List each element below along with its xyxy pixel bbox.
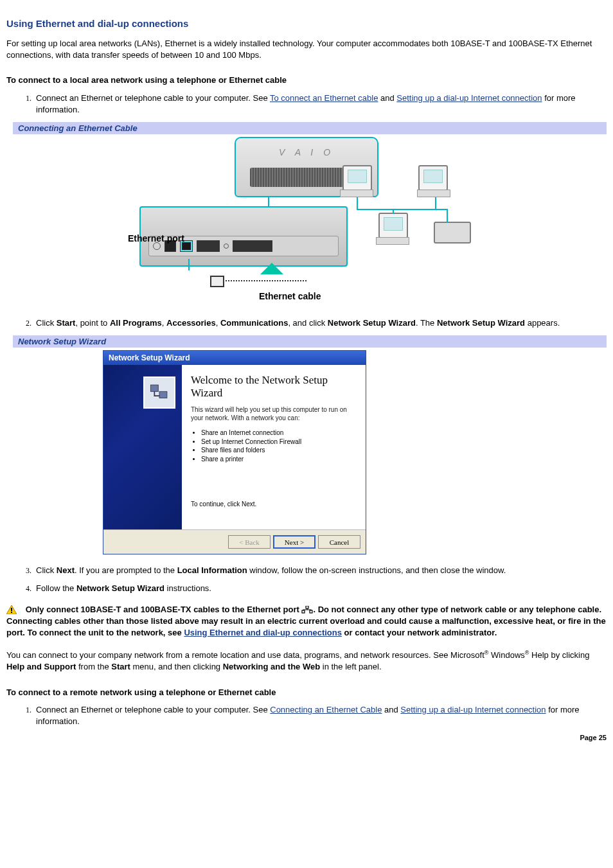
step-2: Click Start, point to All Programs, Acce… bbox=[33, 317, 607, 329]
network-setup-wizard-window: Network Setup Wizard Welcome to the Netw… bbox=[103, 350, 366, 554]
svg-rect-4 bbox=[11, 612, 12, 613]
network-diagram bbox=[339, 163, 474, 272]
step-1: Connect an Ethernet or telephone cable t… bbox=[33, 93, 607, 116]
wizard-titlebar: Network Setup Wizard bbox=[103, 351, 366, 365]
step-1-text-pre: Connect an Ethernet or telephone cable t… bbox=[36, 93, 270, 103]
wizard-continue-text: To continue, click Next. bbox=[191, 500, 357, 508]
warning-block: Only connect 10BASE-T and 100BASE-TX cab… bbox=[6, 604, 607, 639]
link-connect-ethernet-cable[interactable]: To connect an Ethernet cable bbox=[270, 93, 378, 103]
wizard-back-button: < Back bbox=[228, 535, 271, 549]
remote-step1-mid: and bbox=[382, 705, 400, 714]
svg-rect-7 bbox=[310, 610, 312, 613]
cable-plug-icon bbox=[210, 276, 224, 287]
svg-rect-3 bbox=[11, 608, 12, 611]
wizard-bullet-list: Share an Internet connection Set up Inte… bbox=[193, 429, 357, 463]
page-title: Using Ethernet and dial-up connections bbox=[6, 18, 607, 29]
wizard-heading: Welcome to the Network Setup Wizard bbox=[191, 374, 357, 400]
warning-text-post2: or contact your network administrator. bbox=[342, 628, 497, 637]
svg-rect-1 bbox=[159, 392, 167, 398]
link-setup-dialup-2[interactable]: Setting up a dial-up Internet connection bbox=[400, 705, 546, 714]
port-vga bbox=[197, 240, 220, 252]
section-remote-heading: To connect to a remote network using a t… bbox=[6, 687, 607, 698]
link-connecting-ethernet-cable[interactable]: Connecting an Ethernet Cable bbox=[270, 705, 382, 714]
svg-rect-0 bbox=[150, 385, 158, 391]
svg-rect-5 bbox=[306, 606, 308, 608]
remote-step1-pre: Connect an Ethernet or telephone cable t… bbox=[36, 705, 270, 714]
warning-icon bbox=[6, 605, 17, 614]
wizard-description: This wizard will help you set up this co… bbox=[191, 406, 357, 422]
svg-rect-6 bbox=[302, 610, 305, 613]
label-ethernet-cable: Ethernet cable bbox=[259, 291, 321, 301]
wizard-bullet: Share files and folders bbox=[201, 446, 357, 455]
laptop-logo: V A I O bbox=[236, 147, 377, 157]
step-4: Follow the Network Setup Wizard instruct… bbox=[33, 583, 607, 594]
figure-ethernet-cable: V A I O Ethernet port Ethernet cable bbox=[139, 137, 474, 307]
page-number: Page 25 bbox=[6, 734, 607, 741]
remote-paragraph: You can connect to your company network … bbox=[6, 649, 607, 672]
step-1-text-mid: and bbox=[378, 93, 396, 103]
ethernet-port-glyph-icon bbox=[301, 605, 313, 613]
wizard-network-icon bbox=[143, 376, 175, 409]
wizard-bullet: Set up Internet Connection Firewall bbox=[201, 438, 357, 447]
intro-paragraph: For setting up local area networks (LANs… bbox=[6, 38, 607, 60]
wizard-bullet: Share a printer bbox=[201, 455, 357, 464]
port-parallel bbox=[233, 240, 272, 252]
warning-text-pre: Only connect 10BASE-T and 100BASE-TX cab… bbox=[26, 605, 302, 614]
wizard-cancel-button[interactable]: Cancel bbox=[318, 535, 360, 549]
wizard-bullet: Share an Internet connection bbox=[201, 429, 357, 438]
label-ethernet-port: Ethernet port bbox=[128, 233, 184, 244]
figure-caption-wizard: Network Setup Wizard bbox=[6, 335, 607, 348]
step-3: Click Next. If you are prompted to the L… bbox=[33, 565, 607, 576]
figure-caption-ethernet: Connecting an Ethernet Cable bbox=[6, 122, 607, 134]
link-setup-dialup[interactable]: Setting up a dial-up Internet connection bbox=[396, 93, 542, 103]
arrow-up-icon bbox=[260, 263, 283, 274]
wizard-next-button[interactable]: Next > bbox=[273, 535, 315, 549]
section-lan-heading: To connect to a local area network using… bbox=[6, 75, 607, 86]
printer-icon bbox=[434, 222, 471, 244]
wizard-sidebar bbox=[103, 365, 182, 529]
link-using-ethernet-dialup[interactable]: Using Ethernet and dial-up connections bbox=[184, 628, 342, 637]
remote-step-1: Connect an Ethernet or telephone cable t… bbox=[33, 704, 607, 727]
